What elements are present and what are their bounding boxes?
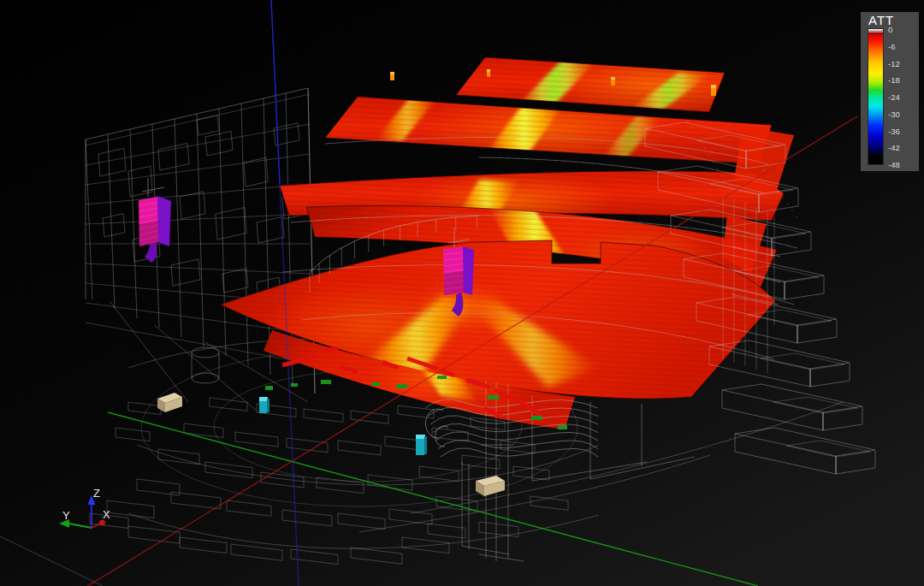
legend-tick: -48 bbox=[888, 161, 900, 169]
legend-tick: -42 bbox=[888, 144, 900, 151]
legend-tick-labels: 0-6-12-18-24-30-36-42-48 bbox=[888, 29, 917, 164]
3d-viewport[interactable]: Z Y X ATT 0-6-12-18-24-30-36-42-48 bbox=[0, 0, 924, 586]
y-axis-label: Y bbox=[62, 509, 70, 522]
seat-row-green bbox=[291, 383, 298, 387]
seat-row-green bbox=[321, 380, 331, 384]
scene-canvas[interactable]: Z Y X bbox=[0, 0, 924, 586]
attenuation-legend: ATT 0-6-12-18-24-30-36-42-48 bbox=[861, 12, 919, 171]
seat-row-green bbox=[558, 425, 567, 429]
legend-tick: -30 bbox=[888, 110, 900, 117]
seat-row-green bbox=[396, 384, 407, 388]
monitor-speaker-cyan-2[interactable] bbox=[416, 435, 427, 455]
seat-row-green bbox=[488, 395, 499, 400]
legend-tick: -18 bbox=[888, 76, 900, 84]
seat-row-green bbox=[265, 386, 273, 390]
seat-row-green bbox=[437, 376, 447, 379]
legend-tick: -12 bbox=[888, 59, 900, 67]
legend-tick: -6 bbox=[888, 42, 895, 50]
z-axis-label: Z bbox=[93, 487, 100, 500]
legend-gradient-bar bbox=[868, 29, 883, 164]
legend-tick: -24 bbox=[888, 93, 900, 101]
x-axis-label: X bbox=[103, 508, 110, 521]
seat-row-green bbox=[531, 416, 542, 420]
monitor-speaker-cyan-1[interactable] bbox=[259, 397, 270, 413]
seat-row-green bbox=[371, 382, 380, 386]
legend-tick: 0 bbox=[888, 26, 892, 33]
legend-tick: -36 bbox=[888, 127, 900, 134]
